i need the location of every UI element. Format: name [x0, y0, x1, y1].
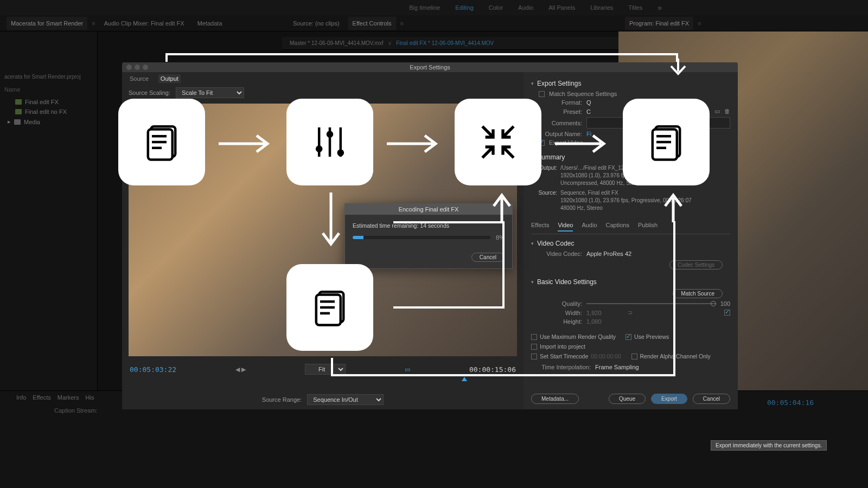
aspect-icon[interactable]: ▭ — [405, 366, 410, 373]
nav-more-icon[interactable]: » — [658, 3, 662, 12]
nav-libraries[interactable]: Libraries — [590, 4, 613, 11]
quality-slider[interactable] — [711, 301, 716, 306]
height-label: Height: — [539, 318, 582, 325]
playhead-icon[interactable] — [462, 377, 467, 381]
tab-metadata[interactable]: Metadata — [193, 17, 227, 30]
link-dimensions-icon[interactable]: ⊃ — [628, 309, 633, 316]
max-render-checkbox[interactable] — [531, 334, 537, 340]
import-project-checkbox[interactable] — [531, 344, 537, 350]
preview-tab-output[interactable]: Output — [158, 74, 181, 83]
tab-program[interactable]: Program: Final edit FX — [625, 17, 693, 30]
codec-settings-button[interactable]: Codec Settings — [669, 260, 723, 269]
svg-point-10 — [337, 150, 344, 157]
settings-tab-effects[interactable]: Effects — [531, 222, 549, 232]
settings-tab-audio[interactable]: Audio — [582, 222, 597, 232]
alpha-only-checkbox[interactable] — [631, 354, 637, 359]
settings-tab-publish[interactable]: Publish — [638, 222, 658, 232]
time-interp-label: Time Interpolation: — [531, 364, 591, 370]
format-value[interactable]: Q — [586, 99, 591, 106]
tab-audiomixer[interactable]: Audio Clip Mixer: Final edit FX — [100, 17, 189, 30]
match-sequence-label: Match Sequence Settings — [549, 91, 617, 97]
window-traffic-lights[interactable] — [126, 65, 148, 70]
fit-select[interactable]: Fit — [305, 364, 346, 375]
settings-tab-video[interactable]: Video — [558, 222, 573, 232]
use-previews-label: Use Previews — [634, 333, 669, 340]
basic-video-header[interactable]: Basic Video Settings — [531, 276, 730, 288]
encoding-title: Encoding Final edit FX — [345, 204, 512, 215]
time-interp-select[interactable]: Frame Sampling — [595, 364, 639, 370]
source-scaling-label: Source Scaling: — [129, 89, 170, 96]
export-settings-header[interactable]: Export Settings — [531, 78, 730, 89]
nav-titles[interactable]: Titles — [628, 4, 642, 11]
flow-sliders-icon — [286, 99, 373, 185]
comments-label: Comments: — [539, 120, 582, 126]
export-timecode-in: 00:05:03:22 — [130, 365, 176, 374]
settings-tab-captions[interactable]: Captions — [606, 222, 629, 232]
nav-editing[interactable]: Editing — [455, 4, 474, 11]
tab-effectcontrols[interactable]: Effect Controls — [348, 17, 396, 30]
panel-tab-row: Macerata for Smart Render≡ Audio Clip Mi… — [0, 15, 868, 31]
import-project-label: Import into project — [540, 343, 585, 350]
width-value[interactable]: 1,920 — [586, 310, 602, 316]
tab-macerata[interactable]: Macerata for Smart Render — [7, 17, 87, 30]
source-range-label: Source Range: — [262, 396, 302, 403]
project-filename: acerata for Smart Render.prproj — [0, 69, 97, 84]
svg-point-8 — [327, 131, 334, 138]
video-codec-header[interactable]: Video Codec — [531, 237, 730, 249]
preset-value[interactable]: C — [586, 108, 591, 115]
workspace-nav: Big timeline Editing Color Audio All Pan… — [0, 0, 868, 15]
width-label: Width: — [539, 310, 582, 316]
encoding-progress-bar — [353, 236, 490, 239]
nav-color[interactable]: Color — [489, 4, 503, 11]
nav-audio[interactable]: Audio — [518, 4, 533, 11]
import-preset-icon[interactable]: ▭ — [714, 108, 720, 115]
start-timecode-checkbox[interactable] — [531, 354, 537, 359]
start-timecode-label: Set Start Timecode — [540, 353, 588, 359]
svg-point-6 — [316, 145, 323, 152]
tree-item-media[interactable]: ▸ Media — [0, 117, 97, 127]
tab-markers[interactable]: Markers — [58, 394, 79, 401]
cancel-button[interactable]: Cancel — [693, 394, 730, 404]
encoding-progress-dialog: Encoding Final edit FX Estimated time re… — [344, 203, 513, 269]
nav-bigtimeline[interactable]: Big timeline — [409, 4, 440, 11]
encoding-cancel-button[interactable]: Cancel — [471, 253, 505, 262]
nav-allpanels[interactable]: All Panels — [548, 4, 575, 11]
tab-info[interactable]: Info — [16, 394, 26, 401]
match-source-button[interactable]: Match Source — [673, 289, 723, 298]
max-render-label: Use Maximum Render Quality — [540, 333, 616, 340]
height-value[interactable]: 1,080 — [586, 318, 602, 325]
summary-source: Source:Sequence, Final edit FX 1920x1080… — [531, 188, 730, 213]
metadata-button[interactable]: Metadata... — [531, 394, 579, 404]
flow-compress-icon — [455, 99, 541, 185]
export-button[interactable]: Export — [651, 394, 687, 404]
delete-preset-icon[interactable]: 🗑 — [724, 108, 730, 115]
video-codec-label: Video Codec: — [539, 251, 582, 257]
export-tooltip: Export immediately with the current sett… — [711, 440, 827, 451]
flow-document-icon — [118, 99, 205, 185]
program-timecode: 00:05:04:16 — [767, 399, 814, 407]
video-codec-select[interactable]: Apple ProRes 42 — [586, 251, 631, 257]
tree-item-finaleditfx[interactable]: Final edit FX — [0, 97, 97, 107]
flow-result-document-icon — [623, 99, 710, 185]
tree-item-finaleditnofx[interactable]: Final edit no FX — [0, 107, 97, 117]
match-sequence-checkbox[interactable] — [539, 91, 545, 97]
preview-tab-source[interactable]: Source — [127, 74, 151, 83]
export-timecode-dur: 00:00:15:06 — [469, 365, 516, 374]
tab-source[interactable]: Source: (no clips) — [289, 17, 344, 30]
source-scaling-select[interactable]: Scale To Fit — [176, 87, 244, 98]
preset-label: Preset: — [539, 108, 582, 115]
tab-effects[interactable]: Effects — [33, 394, 50, 401]
quality-value: 100 — [720, 300, 730, 307]
source-range-select[interactable]: Sequence In/Out — [307, 394, 384, 405]
svg-rect-17 — [316, 295, 341, 325]
project-name-header: Name — [0, 84, 97, 95]
settings-tabs: Effects Video Audio Captions Publish — [531, 217, 730, 234]
quality-label: Quality: — [539, 300, 582, 307]
dimension-lock-checkbox[interactable] — [724, 310, 730, 316]
master-clip-line: Master * 12-06-09-MVI_4414.MOV.mxf ∨ Fin… — [282, 37, 618, 50]
queue-button[interactable]: Queue — [609, 394, 646, 404]
use-previews-checkbox[interactable] — [626, 334, 631, 340]
tab-history[interactable]: His — [86, 394, 94, 401]
svg-rect-1 — [148, 130, 173, 160]
dialog-title: Export Settings — [122, 62, 738, 72]
